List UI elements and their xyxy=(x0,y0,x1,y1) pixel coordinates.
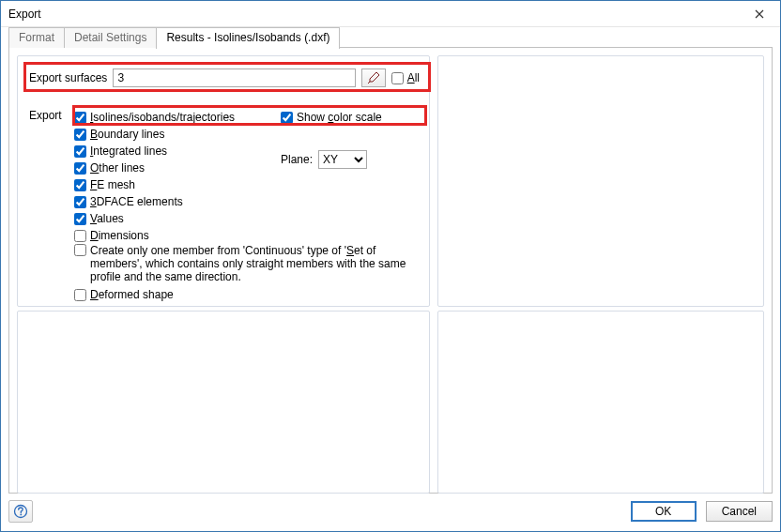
checkbox-dimensions[interactable]: Dimensions xyxy=(74,227,420,244)
plane-row: Plane: XY xyxy=(281,150,382,169)
eyedropper-icon xyxy=(367,71,380,84)
close-icon xyxy=(755,9,764,19)
titlebar: Export xyxy=(1,1,780,27)
checkbox-one-member[interactable]: Create only one member from 'Continuous'… xyxy=(74,244,420,283)
tab-detail-settings[interactable]: Detail Settings xyxy=(64,27,157,48)
label-export: Export xyxy=(29,109,62,122)
label-export-surfaces: Export surfaces xyxy=(29,71,107,84)
footer: OK Cancel xyxy=(8,499,773,524)
window-title: Export xyxy=(8,8,41,21)
select-plane[interactable]: XY xyxy=(318,150,367,169)
tab-format[interactable]: Format xyxy=(8,27,65,48)
checkbox-values[interactable]: Values xyxy=(74,210,420,227)
checkbox-show-color-scale[interactable]: Show color scale xyxy=(281,109,382,126)
group-top-right xyxy=(437,55,764,307)
tab-results-isolines[interactable]: Results - Isolines/Isobands (.dxf) xyxy=(156,27,340,49)
group-bottom-left xyxy=(17,311,430,494)
export-right-column: Show color scale Plane: XY xyxy=(281,109,382,169)
cancel-button[interactable]: Cancel xyxy=(706,501,773,522)
checkbox-3dface-elements[interactable]: 3DFACE elements xyxy=(74,193,420,210)
pick-surfaces-button[interactable] xyxy=(361,68,386,87)
checkbox-all[interactable]: All xyxy=(391,71,420,84)
input-export-surfaces[interactable] xyxy=(113,68,355,87)
svg-point-1 xyxy=(20,514,22,516)
help-button[interactable] xyxy=(8,500,33,523)
close-button[interactable] xyxy=(739,1,780,27)
ok-button[interactable]: OK xyxy=(631,501,697,522)
checkbox-deformed-shape[interactable]: Deformed shape xyxy=(74,286,420,303)
checkbox-fe-mesh[interactable]: FE mesh xyxy=(74,176,420,193)
checkbox-all-label: All xyxy=(407,71,420,84)
help-icon xyxy=(13,504,28,519)
tabpage: Export surfaces All Export xyxy=(8,47,773,494)
footer-buttons: OK Cancel xyxy=(631,501,773,522)
label-plane: Plane: xyxy=(281,153,313,166)
client-area: Format Detail Settings Results - Isoline… xyxy=(8,27,773,494)
tabstrip: Format Detail Settings Results - Isoline… xyxy=(8,27,773,48)
row-export-surfaces: Export surfaces All xyxy=(29,68,420,88)
group-top-left: Export surfaces All Export xyxy=(17,55,430,307)
group-bottom-right xyxy=(437,311,764,494)
